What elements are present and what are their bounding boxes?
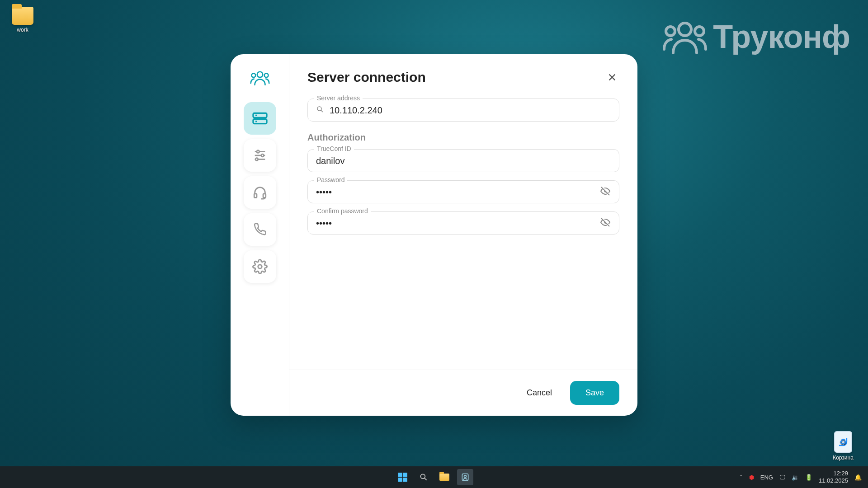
svg-point-23: [420, 474, 425, 479]
eye-off-icon: [600, 217, 611, 228]
folder-icon: [439, 474, 449, 481]
authorization-section-title: Authorization: [307, 132, 619, 143]
tray-date: 11.02.2025: [819, 477, 848, 484]
sidebar-item-sliders[interactable]: [244, 139, 276, 172]
tray-notifications-icon[interactable]: 🔔: [854, 474, 862, 481]
desktop-folder-label: work: [5, 27, 41, 33]
tray-clock[interactable]: 12:29 11.02.2025: [819, 470, 848, 484]
confirm-password-field[interactable]: Confirm password: [307, 211, 619, 235]
dialog-title: Server connection: [307, 70, 605, 85]
toggle-password-visibility[interactable]: [600, 186, 611, 198]
people-logo-icon: [662, 19, 708, 55]
svg-point-26: [464, 475, 467, 478]
svg-point-1: [666, 27, 675, 36]
password-field[interactable]: Password: [307, 180, 619, 203]
trueconf-id-input[interactable]: [316, 156, 611, 166]
svg-point-2: [695, 27, 704, 36]
gear-icon: [252, 259, 268, 274]
password-input[interactable]: [316, 187, 611, 197]
server-connection-dialog: Server connection Server address Authori…: [231, 54, 637, 416]
cancel-button[interactable]: Cancel: [527, 388, 552, 398]
people-logo-icon: [250, 68, 270, 88]
toggle-confirm-visibility[interactable]: [600, 217, 611, 230]
search-icon: [419, 473, 428, 482]
windows-logo-icon: [398, 473, 407, 482]
svg-point-4: [251, 73, 255, 77]
sidebar-item-server[interactable]: [244, 102, 276, 135]
svg-rect-17: [263, 194, 266, 198]
tray-battery-icon[interactable]: 🔋: [805, 474, 812, 481]
svg-rect-7: [253, 119, 267, 124]
start-button[interactable]: [395, 469, 411, 485]
tray-security-icon[interactable]: ⬢: [749, 474, 754, 481]
brand-watermark: Труконф: [662, 18, 850, 55]
password-label: Password: [314, 176, 347, 183]
server-address-input[interactable]: [316, 105, 611, 116]
sidebar-app-logo[interactable]: [250, 68, 270, 89]
desktop-recycle-label: Корзина: [825, 455, 861, 461]
tray-volume-icon[interactable]: 🔉: [792, 474, 799, 481]
taskbar-app-trueconf[interactable]: [457, 469, 473, 485]
sliders-icon: [252, 148, 268, 163]
trueconf-id-label: TrueConf ID: [314, 145, 354, 152]
svg-point-11: [256, 150, 259, 153]
sidebar-item-call[interactable]: [244, 213, 276, 246]
trueconf-id-field[interactable]: TrueConf ID: [307, 149, 619, 172]
eye-off-icon: [600, 186, 611, 197]
svg-point-18: [258, 265, 262, 269]
svg-rect-16: [254, 194, 257, 198]
desktop-recycle-bin[interactable]: Корзина: [825, 431, 861, 461]
confirm-password-input[interactable]: [316, 218, 611, 229]
server-icon: [251, 109, 269, 127]
svg-point-3: [257, 72, 262, 77]
svg-point-15: [255, 158, 258, 161]
tray-language[interactable]: ENG: [760, 474, 773, 481]
close-icon: [607, 72, 617, 82]
phone-icon: [253, 223, 267, 236]
svg-line-22: [321, 110, 323, 112]
save-button[interactable]: Save: [570, 381, 619, 405]
svg-point-5: [264, 73, 268, 77]
svg-point-0: [679, 23, 691, 36]
svg-rect-6: [253, 113, 267, 117]
confirm-password-label: Confirm password: [314, 207, 371, 215]
svg-point-21: [317, 107, 321, 111]
sidebar-item-settings[interactable]: [244, 250, 276, 283]
server-address-field[interactable]: Server address: [307, 99, 619, 122]
folder-icon: [12, 7, 33, 25]
server-address-label: Server address: [314, 94, 363, 102]
brand-text: Труконф: [713, 18, 850, 55]
app-icon: [461, 473, 470, 482]
tray-time: 12:29: [819, 470, 848, 477]
close-button[interactable]: [605, 70, 619, 84]
headset-icon: [252, 185, 268, 200]
dialog-sidebar: [231, 54, 289, 416]
svg-point-13: [261, 154, 264, 157]
taskbar-explorer-button[interactable]: [436, 469, 453, 485]
dialog-main: Server connection Server address Authori…: [289, 54, 637, 416]
recycle-bin-icon: [834, 431, 852, 453]
sidebar-item-audio[interactable]: [244, 176, 276, 209]
svg-line-24: [425, 478, 427, 480]
tray-chevron-up-icon[interactable]: ˄: [740, 474, 743, 481]
taskbar-search-button[interactable]: [415, 469, 432, 485]
desktop-folder-work[interactable]: work: [5, 7, 41, 33]
tray-network-icon[interactable]: 🖵: [779, 474, 785, 481]
taskbar: ˄ ⬢ ENG 🖵 🔉 🔋 12:29 11.02.2025 🔔: [0, 466, 868, 488]
search-icon: [316, 105, 324, 115]
